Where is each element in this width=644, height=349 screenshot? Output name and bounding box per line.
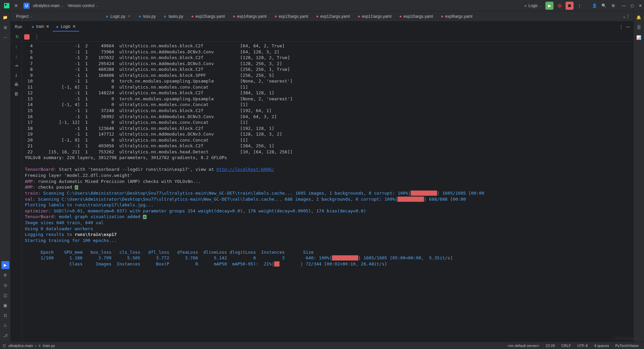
close-icon[interactable]: ✕	[639, 3, 642, 8]
status-right: <no default server> 22:28 CRLF UTF-8 4 s…	[505, 344, 641, 348]
yaml-file-icon: ■	[441, 14, 443, 18]
window-controls: — ◻ ✕	[622, 3, 642, 8]
services-icon[interactable]: ◫	[1, 291, 9, 299]
py-file-icon: ◆	[56, 25, 59, 29]
py-file-icon: ◆	[164, 14, 166, 18]
collab-icon[interactable]: 👤	[591, 2, 598, 9]
interpreter[interactable]: PyTorchVision	[615, 344, 639, 348]
line-sep[interactable]: CRLF	[561, 344, 571, 348]
run-more-icon[interactable]: ⋮	[619, 24, 623, 29]
project-tool-dropdown[interactable]: Project⌄	[16, 14, 33, 19]
search-icon[interactable]: 🔍	[600, 2, 607, 9]
run-tabbar: Run ◆train✕◆Logic✕ ⋮ —	[11, 21, 633, 32]
run-tool-icon[interactable]: ▶	[1, 261, 9, 269]
stop-run-icon[interactable]	[24, 34, 30, 40]
svg-rect-0	[4, 3, 9, 8]
yaml-file-icon: ■	[191, 14, 193, 18]
left-toolbar: 📁 ⊞ ⋯ ▶ ⚙ ◎ ◫ ▣ ⊡ ⚠ ⎇	[0, 11, 11, 342]
yaml-file-icon: ■	[275, 14, 277, 18]
editor-tab[interactable]: ■exp13\args.yaml	[271, 11, 312, 21]
editor-tab[interactable]: ■exp9\args.yaml	[437, 11, 476, 21]
editor-tab[interactable]: ■exp15\args.yaml	[187, 11, 229, 21]
run-minimize-icon[interactable]: —	[626, 24, 630, 29]
debug-icon[interactable]: 🐞	[556, 2, 563, 9]
soft-wrap-icon[interactable]: ⇥	[13, 62, 19, 68]
server-status[interactable]: <no default server>	[507, 344, 539, 348]
settings-icon[interactable]: ⚙	[610, 2, 616, 9]
notifications-icon[interactable]: 🔔	[635, 13, 643, 21]
maximize-icon[interactable]: ◻	[631, 3, 634, 8]
status-bar: ◻ ultralytics-main › ◆ train.py <no defa…	[0, 342, 644, 349]
console-gutter: ↑ ↓ ⇥ ⤓ 🖶 🗑	[11, 42, 22, 342]
tabs-dropdown-icon[interactable]: ⌄	[623, 14, 626, 19]
run-button[interactable]: ▶	[545, 2, 553, 10]
git-icon[interactable]: ⎇	[1, 332, 9, 340]
folder-icon[interactable]: 📁	[1, 13, 9, 21]
py-file-icon: ◆	[32, 25, 34, 29]
breadcrumb-file[interactable]: train.py	[43, 344, 55, 348]
sciview-icon[interactable]: 📊	[635, 34, 643, 42]
terminal-icon[interactable]: ▣	[1, 301, 9, 309]
print-icon[interactable]: 🖶	[13, 81, 19, 87]
editor-tab[interactable]: ■exp10\args.yaml	[395, 11, 437, 21]
scroll-down-icon[interactable]: ↓	[13, 53, 19, 59]
run-tab[interactable]: ◆train✕	[28, 22, 53, 32]
database-icon[interactable]: 🗄	[635, 23, 643, 32]
yaml-file-icon: ■	[316, 14, 318, 18]
project-dropdown[interactable]: ultralytics-main⌄	[33, 3, 64, 8]
title-bar: ≡ U ultralytics-main⌄ Version control⌄ ◆…	[0, 0, 644, 11]
watermark: CSDN @Snu77	[613, 336, 639, 340]
editor-tab[interactable]: ■exp12\args.yaml	[312, 11, 354, 21]
breadcrumb-root[interactable]: ultralytics-main	[8, 344, 33, 348]
rerun-icon[interactable]: ↻	[14, 34, 20, 40]
problems-icon[interactable]: ⊡	[1, 311, 9, 319]
run-toolbar: ↻ ⋮	[11, 32, 633, 42]
warnings-icon[interactable]: ⚠	[1, 321, 9, 330]
main-menu-icon[interactable]: ≡	[13, 2, 19, 9]
right-toolbar: 🔔 🗄 📊	[633, 11, 644, 342]
python-console-icon[interactable]: ◎	[1, 281, 9, 289]
run-tool-label: Run	[14, 24, 23, 29]
svg-rect-1	[5, 4, 6, 5]
minimize-icon[interactable]: —	[622, 3, 626, 8]
editor-tabbar: Project⌄ ◆Logic.py✕◆loss.py◆tasks.py■exp…	[11, 11, 633, 21]
yaml-file-icon: ■	[358, 14, 360, 18]
run-tab[interactable]: ◆Logic✕	[53, 22, 79, 32]
close-tab-icon[interactable]: ✕	[46, 24, 49, 29]
run-config-dropdown[interactable]: ◆Logic⌄	[524, 3, 542, 8]
more-icon[interactable]: ⋮	[576, 2, 583, 9]
encoding[interactable]: UTF-8	[577, 344, 588, 348]
clear-icon[interactable]: 🗑	[13, 91, 19, 97]
py-file-icon: ◆	[106, 14, 108, 18]
close-tab-icon[interactable]: ✕	[72, 24, 76, 29]
scroll-up-icon[interactable]: ↑	[13, 44, 19, 50]
project-badge: U	[23, 3, 30, 9]
indent[interactable]: 4 spaces	[594, 344, 609, 348]
close-tab-icon[interactable]: ✕	[127, 14, 130, 18]
tool-window-icon[interactable]: ◻	[3, 343, 6, 348]
stop-button[interactable]	[566, 2, 574, 10]
tabs-more-icon[interactable]: ⋮	[626, 14, 630, 19]
console-output[interactable]: 4 -1 2 49664 ultralytics.nn.modules.bloc…	[22, 42, 633, 342]
run-opts-icon[interactable]: ⋮	[34, 34, 40, 40]
editor-tab[interactable]: ◆tasks.py	[160, 11, 187, 21]
python-packages-icon[interactable]: ⚙	[1, 271, 9, 279]
scroll-to-end-icon[interactable]: ⤓	[13, 72, 19, 78]
yaml-file-icon: ■	[399, 14, 401, 18]
caret-position[interactable]: 22:28	[546, 344, 555, 348]
editor-tab[interactable]: ■exp11\args.yaml	[354, 11, 395, 21]
app-icon[interactable]	[3, 2, 10, 9]
editor-tab[interactable]: ■exp14\args.yaml	[229, 11, 271, 21]
more-tools-icon[interactable]: ⋯	[1, 34, 9, 42]
editor-tab[interactable]: ◆loss.py	[135, 11, 160, 21]
yaml-file-icon: ■	[233, 14, 235, 18]
py-file-icon: ◆	[139, 14, 141, 18]
vcs-dropdown[interactable]: Version control⌄	[68, 3, 98, 8]
editor-tab[interactable]: ◆Logic.py✕	[102, 11, 135, 21]
structure-icon[interactable]: ⊞	[1, 23, 9, 32]
